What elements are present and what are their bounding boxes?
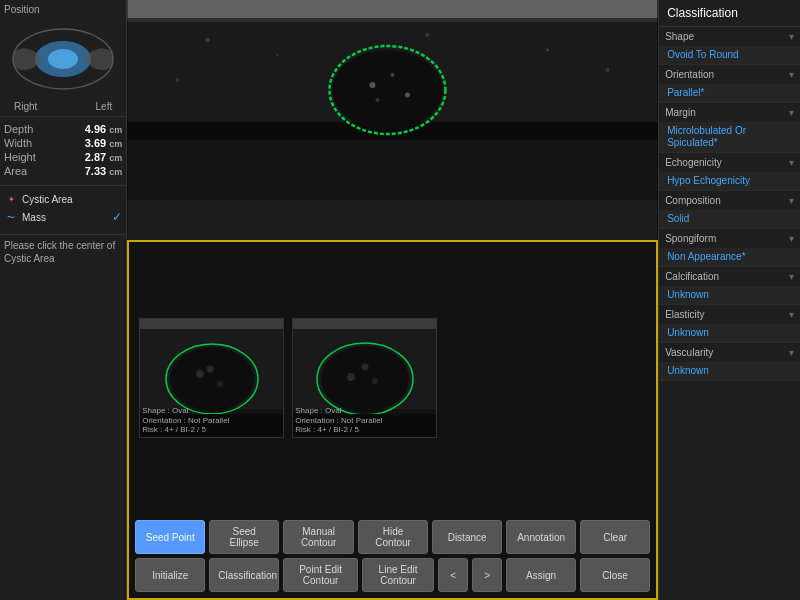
cross-icon: ✦ — [4, 192, 18, 206]
measurement-area: Area 7.33 cm — [4, 165, 122, 177]
margin-value: Microlobulated Or Spiculated* — [667, 125, 746, 148]
elasticity-label: Elasticity — [665, 309, 704, 320]
seed-point-button[interactable]: Seed Point — [135, 520, 205, 554]
svg-point-17 — [405, 93, 410, 98]
left-panel: Position Right Left — [0, 0, 127, 600]
spongiform-row[interactable]: Spongiform ▾ — [659, 229, 800, 248]
thumbnail-1[interactable]: Shape : Oval Orientation : Not Parallel … — [139, 318, 284, 438]
point-edit-contour-button[interactable]: Point Edit Contour — [283, 558, 358, 592]
vascularity-value: Unknown — [667, 365, 709, 376]
svg-rect-4 — [128, 0, 658, 18]
orientation-row[interactable]: Orientation ▾ — [659, 65, 800, 84]
right-label: Right — [14, 101, 37, 112]
svg-rect-31 — [293, 319, 437, 329]
right-panel: Classification Shape ▾ Ovoid To Round Or… — [658, 0, 800, 600]
annotation-button[interactable]: Annotation — [506, 520, 576, 554]
height-label: Height — [4, 151, 36, 163]
class-vascularity: Vascularity ▾ Unknown — [659, 343, 800, 381]
svg-point-28 — [207, 366, 214, 373]
hide-contour-button[interactable]: Hide Contour — [358, 520, 428, 554]
shape-value: Ovoid To Round — [667, 49, 739, 60]
close-button[interactable]: Close — [580, 558, 650, 592]
svg-point-33 — [321, 346, 409, 412]
prev-button[interactable]: < — [438, 558, 468, 592]
svg-rect-20 — [128, 200, 658, 240]
composition-label: Composition — [665, 195, 721, 206]
calcification-value: Unknown — [667, 289, 709, 300]
elasticity-arrow: ▾ — [789, 309, 794, 320]
composition-arrow: ▾ — [789, 195, 794, 206]
width-value: 3.69 cm — [85, 137, 122, 149]
width-label: Width — [4, 137, 32, 149]
svg-rect-22 — [140, 319, 284, 329]
margin-arrow: ▾ — [789, 107, 794, 118]
class-orientation: Orientation ▾ Parallel* — [659, 65, 800, 103]
elasticity-row[interactable]: Elasticity ▾ — [659, 305, 800, 324]
svg-point-24 — [170, 347, 254, 411]
thumbnails-section: Shape : Oval Orientation : Not Parallel … — [127, 240, 658, 600]
ultrasound-view — [127, 0, 658, 240]
echogenicity-arrow: ▾ — [789, 157, 794, 168]
svg-point-27 — [217, 381, 223, 387]
seed-ellipse-button[interactable]: Seed Ellipse — [209, 520, 279, 554]
vascularity-arrow: ▾ — [789, 347, 794, 358]
classification-header: Classification — [659, 0, 800, 27]
measurements-section: Depth 4.96 cm Width 3.69 cm Height 2.87 … — [0, 117, 126, 186]
depth-value: 4.96 cm — [85, 123, 122, 135]
next-button[interactable]: > — [472, 558, 502, 592]
composition-row[interactable]: Composition ▾ — [659, 191, 800, 210]
orientation-value: Parallel* — [667, 87, 704, 98]
svg-point-9 — [426, 33, 430, 37]
vascularity-label: Vascularity — [665, 347, 713, 358]
height-value: 2.87 cm — [85, 151, 122, 163]
classification-button[interactable]: Classification — [209, 558, 279, 592]
spongiform-value: Non Appearance* — [667, 251, 745, 262]
measurement-depth: Depth 4.96 cm — [4, 123, 122, 135]
legend-cystic-area[interactable]: ✦ Cystic Area — [4, 192, 122, 206]
position-title: Position — [4, 4, 122, 15]
main-layout: Position Right Left — [0, 0, 800, 600]
class-composition: Composition ▾ Solid — [659, 191, 800, 229]
class-elasticity: Elasticity ▾ Unknown — [659, 305, 800, 343]
body-diagram — [8, 19, 118, 99]
thumbnail-2[interactable]: Shape : Oval Orientation : Not Parallel … — [292, 318, 437, 438]
line-edit-contour-button[interactable]: Line Edit Contour — [362, 558, 434, 592]
echogenicity-value: Hypo Echogenicity — [667, 175, 750, 186]
svg-point-16 — [391, 73, 395, 77]
legend-mass[interactable]: 〜 Mass ✓ — [4, 210, 122, 224]
wave-icon: 〜 — [4, 210, 18, 224]
svg-point-26 — [196, 370, 204, 378]
vascularity-row[interactable]: Vascularity ▾ — [659, 343, 800, 362]
thumbnails-row: Shape : Oval Orientation : Not Parallel … — [129, 242, 656, 514]
clear-button[interactable]: Clear — [580, 520, 650, 554]
calcification-arrow: ▾ — [789, 271, 794, 282]
orientation-label: Orientation — [665, 69, 714, 80]
echogenicity-label: Echogenicity — [665, 157, 722, 168]
shape-arrow: ▾ — [789, 31, 794, 42]
shape-row[interactable]: Shape ▾ — [659, 27, 800, 46]
mass-label: Mass — [22, 212, 46, 223]
calcification-row[interactable]: Calcification ▾ — [659, 267, 800, 286]
svg-point-35 — [347, 373, 355, 381]
instruction-text: Please click the center of Cystic Area — [0, 235, 126, 269]
class-spongiform: Spongiform ▾ Non Appearance* — [659, 229, 800, 267]
calcification-label: Calcification — [665, 271, 719, 282]
center-panel: Shape : Oval Orientation : Not Parallel … — [127, 0, 658, 600]
echogenicity-row[interactable]: Echogenicity ▾ — [659, 153, 800, 172]
margin-row[interactable]: Margin ▾ — [659, 103, 800, 122]
svg-point-15 — [370, 82, 376, 88]
svg-point-13 — [333, 50, 443, 130]
body-labels: Right Left — [4, 101, 122, 112]
svg-point-10 — [546, 49, 549, 52]
spongiform-arrow: ▾ — [789, 233, 794, 244]
distance-button[interactable]: Distance — [432, 520, 502, 554]
depth-label: Depth — [4, 123, 33, 135]
svg-point-7 — [206, 38, 210, 42]
legend-section: ✦ Cystic Area 〜 Mass ✓ — [0, 186, 126, 235]
svg-point-18 — [376, 98, 380, 102]
initialize-button[interactable]: Initialize — [135, 558, 205, 592]
assign-button[interactable]: Assign — [506, 558, 576, 592]
measurement-width: Width 3.69 cm — [4, 137, 122, 149]
manual-contour-button[interactable]: Manual Contour — [283, 520, 354, 554]
svg-point-36 — [372, 378, 378, 384]
